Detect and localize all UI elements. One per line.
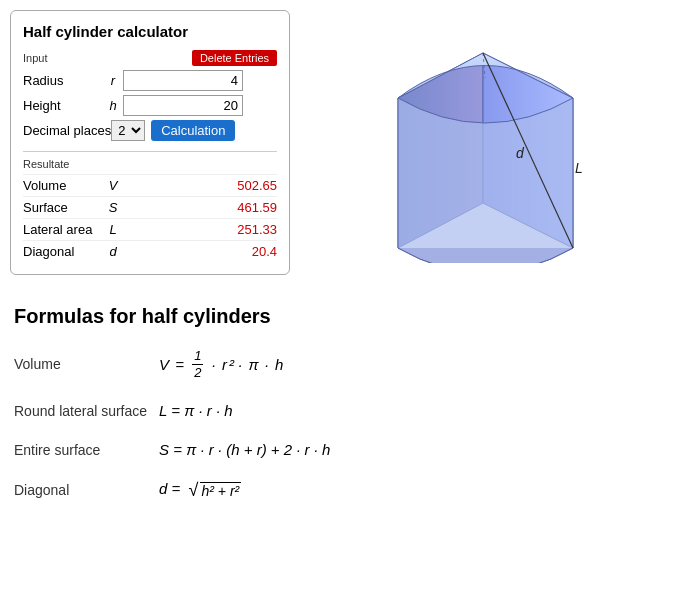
- volume-row: Volume V 502.65: [23, 174, 277, 196]
- diagonal-symbol: d: [103, 244, 123, 259]
- lateral-area-row: Lateral area L 251.33: [23, 218, 277, 240]
- d-label: d: [516, 145, 525, 161]
- cylinder-illustration: d L: [310, 10, 676, 275]
- radius-label: Radius: [23, 73, 103, 88]
- height-row: Height h: [23, 95, 277, 116]
- diagonal-row: Diagonal d 20.4: [23, 240, 277, 262]
- L-label: L: [575, 160, 583, 176]
- height-input[interactable]: [123, 95, 243, 116]
- formula-diagonal-name: Diagonal: [14, 482, 159, 498]
- calculation-button[interactable]: Calculation: [151, 120, 235, 141]
- formula-lateral-name: Round lateral surface: [14, 403, 159, 419]
- lateral-area-value: 251.33: [123, 222, 277, 237]
- formulas-section: Formulas for half cylinders Volume V = 1…: [10, 305, 676, 499]
- decimal-select[interactable]: 0123 456: [111, 120, 145, 141]
- diagonal-value: 20.4: [123, 244, 277, 259]
- calculator-box: Half cylinder calculator Input Delete En…: [10, 10, 290, 275]
- formula-lateral-row: Round lateral surface L = π · r · h: [14, 402, 672, 419]
- surface-symbol: S: [103, 200, 123, 215]
- surface-value: 461.59: [123, 200, 277, 215]
- surface-row: Surface S 461.59: [23, 196, 277, 218]
- surface-label: Surface: [23, 200, 103, 215]
- lateral-area-symbol: L: [103, 222, 123, 237]
- results-section: Resultate Volume V 502.65 Surface S 461.…: [23, 151, 277, 262]
- height-symbol: h: [103, 98, 123, 113]
- formula-diagonal-row: Diagonal d = √ h² + r²: [14, 480, 672, 499]
- lateral-area-label: Lateral area: [23, 222, 103, 237]
- formula-diagonal-expr: d = √ h² + r²: [159, 480, 241, 499]
- formula-surface-expr: S = π · r · (h + r) + 2 · r · h: [159, 441, 330, 458]
- formulas-title: Formulas for half cylinders: [14, 305, 672, 328]
- radius-input[interactable]: [123, 70, 243, 91]
- input-label: Input: [23, 52, 78, 64]
- diagonal-label: Diagonal: [23, 244, 103, 259]
- formula-lateral-expr: L = π · r · h: [159, 402, 233, 419]
- volume-symbol: V: [103, 178, 123, 193]
- decimal-row: Decimal places 0123 456 Calculation: [23, 120, 277, 141]
- volume-label: Volume: [23, 178, 103, 193]
- volume-value: 502.65: [123, 178, 277, 193]
- formula-volume-expr: V = 1 2 · r² · π · h: [159, 348, 283, 380]
- calculator-title: Half cylinder calculator: [23, 23, 277, 40]
- results-title: Resultate: [23, 158, 277, 170]
- formula-surface-row: Entire surface S = π · r · (h + r) + 2 ·…: [14, 441, 672, 458]
- formula-surface-name: Entire surface: [14, 442, 159, 458]
- radius-symbol: r: [103, 73, 123, 88]
- decimal-label: Decimal places: [23, 123, 111, 138]
- delete-entries-button[interactable]: Delete Entries: [192, 50, 277, 66]
- formula-volume-name: Volume: [14, 356, 159, 372]
- height-label: Height: [23, 98, 103, 113]
- radius-row: Radius r: [23, 70, 277, 91]
- formula-volume-row: Volume V = 1 2 · r² · π · h: [14, 348, 672, 380]
- cylinder-svg: d L: [378, 43, 608, 263]
